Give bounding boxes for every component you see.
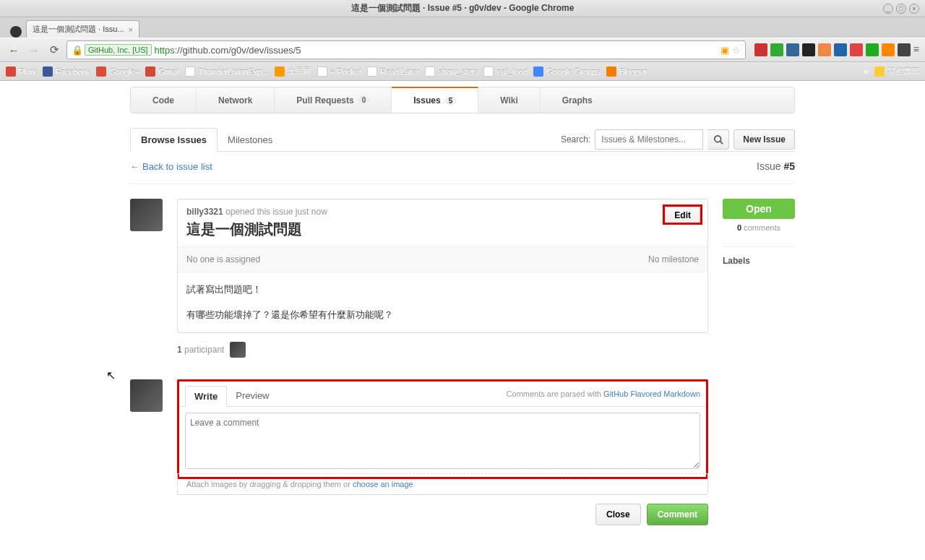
state-badge: Open	[723, 199, 795, 219]
bookmark-item[interactable]: + Pocket	[317, 66, 361, 77]
tab-milestones[interactable]: Milestones	[218, 129, 283, 151]
url-text: ://github.com/g0v/dev/issues/5	[175, 45, 301, 56]
tab-graphs[interactable]: Graphs	[541, 87, 614, 113]
markdown-hint: Comments are parsed with GitHub Flavored…	[507, 389, 700, 402]
milestone-text[interactable]: No milestone	[648, 254, 699, 264]
page-viewport[interactable]: Code Network Pull Requests0 Issues5 Wiki…	[0, 81, 925, 560]
bookmark-item[interactable]: Read Later	[367, 66, 419, 77]
svg-line-1	[720, 142, 723, 145]
tab-network[interactable]: Network	[197, 87, 275, 113]
bookmark-item[interactable]: 土豆网	[275, 66, 311, 77]
bookmark-item[interactable]: Gmail	[145, 66, 179, 77]
tab-issues[interactable]: Issues5	[392, 87, 478, 113]
ext-icon[interactable]	[754, 43, 767, 56]
close-issue-button[interactable]: Close	[595, 504, 641, 525]
lock-icon: 🔒	[72, 45, 83, 56]
nav-bar: ← → ⟳ 🔒 GitHub, Inc. [US] https ://githu…	[0, 38, 925, 62]
url-protocol: https	[155, 45, 175, 56]
issue-author[interactable]: billy3321	[186, 207, 223, 217]
ext-icon[interactable]	[850, 43, 863, 56]
issue-body: 試著寫出問題吧！ 有哪些功能壞掉了？還是你希望有什麼新功能呢？	[178, 272, 707, 332]
issues-count: 5	[445, 96, 457, 105]
search-input[interactable]	[595, 129, 703, 150]
window-maximize-button[interactable]: □	[896, 4, 906, 14]
search-button[interactable]	[707, 129, 729, 150]
bookmarks-overflow[interactable]: »	[864, 66, 869, 77]
tab-pull-requests[interactable]: Pull Requests0	[275, 87, 392, 113]
ext-icon[interactable]	[882, 43, 895, 56]
url-bar[interactable]: 🔒 GitHub, Inc. [US] https ://github.com/…	[66, 40, 746, 59]
bookmark-item[interactable]: ThunderLixianExp...	[185, 66, 269, 77]
comments-count: 0 comments	[723, 223, 795, 232]
comment-form-highlight: Write Preview Comments are parsed with G…	[177, 379, 708, 479]
commenter-avatar[interactable]	[130, 379, 163, 412]
ext-icon[interactable]	[818, 43, 831, 56]
window-minimize-button[interactable]: _	[883, 4, 893, 14]
comment-button[interactable]: Comment	[647, 504, 708, 525]
reload-button[interactable]: ⟳	[46, 42, 62, 58]
bookmark-item[interactable]: Blogger	[606, 66, 647, 77]
edit-issue-button[interactable]: Edit	[665, 207, 700, 224]
extension-icons: ≡	[754, 43, 919, 56]
browser-chrome: 這是一個測試問題 · Issu... × ← → ⟳ 🔒 GitHub, Inc…	[0, 17, 925, 81]
author-avatar[interactable]	[130, 199, 163, 231]
issue-box: billy3321 opened this issue just now 這是一…	[177, 199, 708, 333]
bookmark-item[interactable]: Facebook	[43, 66, 90, 77]
window-titlebar: 這是一個測試問題 · Issue #5 · g0v/dev - Google C…	[0, 0, 925, 17]
comment-form: Write Preview Comments are parsed with G…	[179, 382, 706, 477]
issue-toolbar: Browse Issues Milestones Search: New Iss…	[130, 128, 795, 152]
bookmark-item[interactable]: Google Groups	[533, 66, 601, 77]
comment-textarea[interactable]	[185, 413, 700, 469]
browser-tab[interactable]: 這是一個測試問題 · Issu... ×	[26, 20, 139, 38]
new-issue-button[interactable]: New Issue	[733, 129, 795, 150]
bookmark-star-icon[interactable]: ☆	[732, 45, 741, 56]
ext-icon[interactable]	[834, 43, 847, 56]
ext-icon[interactable]	[866, 43, 879, 56]
back-button[interactable]: ←	[6, 42, 22, 58]
issue-meta: billy3321 opened this issue just now	[186, 207, 699, 217]
participants: 1 participant	[177, 342, 795, 358]
ext-icon[interactable]	[786, 43, 799, 56]
window-title: 這是一個測試問題 · Issue #5 · g0v/dev - Google C…	[351, 2, 575, 14]
assignee-text[interactable]: No one is assigned	[186, 254, 260, 264]
ext-icon[interactable]	[898, 43, 911, 56]
participant-avatar[interactable]	[230, 342, 246, 358]
other-bookmarks[interactable]: 其他書籤	[874, 66, 919, 77]
back-row: ← Back to issue list Issue #5	[130, 152, 795, 184]
forward-button[interactable]: →	[26, 42, 42, 58]
search-icon	[713, 134, 723, 145]
issue-title: 這是一個測試問題	[186, 220, 699, 239]
window-close-button[interactable]: ×	[909, 4, 919, 14]
window-controls: _ □ ×	[883, 4, 919, 14]
tab-write[interactable]: Write	[185, 386, 227, 407]
search-label: Search:	[561, 134, 590, 145]
bookmark-item[interactable]: show_stats	[425, 66, 478, 77]
issue-number: Issue #5	[757, 160, 795, 172]
bookmark-item[interactable]: Google+	[96, 66, 139, 77]
choose-image-link[interactable]: choose an image	[353, 480, 413, 488]
svg-point-0	[715, 136, 721, 142]
github-icon	[10, 26, 22, 38]
bookmark-item[interactable]: Plurk	[6, 66, 37, 77]
arrow-left-icon: ←	[130, 161, 139, 172]
tab-close-icon[interactable]: ×	[129, 25, 133, 34]
site-identity: GitHub, Inc. [US]	[85, 44, 152, 56]
markdown-link[interactable]: GitHub Flavored Markdown	[603, 389, 700, 398]
ext-icon[interactable]	[770, 43, 783, 56]
tab-title: 這是一個測試問題 · Issu...	[33, 24, 124, 35]
tab-browse-issues[interactable]: Browse Issues	[130, 128, 218, 152]
labels-header[interactable]: Labels	[723, 246, 795, 266]
repo-nav: Code Network Pull Requests0 Issues5 Wiki…	[130, 87, 795, 113]
rss-icon[interactable]: ▣	[720, 45, 729, 56]
ext-icon[interactable]	[802, 43, 815, 56]
back-to-list-link[interactable]: ← Back to issue list	[130, 161, 212, 172]
tab-preview[interactable]: Preview	[227, 386, 278, 405]
menu-icon[interactable]: ≡	[913, 43, 919, 56]
bookmarks-bar: Plurk Facebook Google+ Gmail ThunderLixi…	[0, 62, 925, 81]
bookmark-item[interactable]: eat_food	[483, 66, 528, 77]
tab-bar: 這是一個測試問題 · Issu... ×	[0, 17, 925, 38]
tab-code[interactable]: Code	[131, 87, 197, 113]
tab-wiki[interactable]: Wiki	[478, 87, 541, 113]
pulls-count: 0	[358, 95, 370, 105]
